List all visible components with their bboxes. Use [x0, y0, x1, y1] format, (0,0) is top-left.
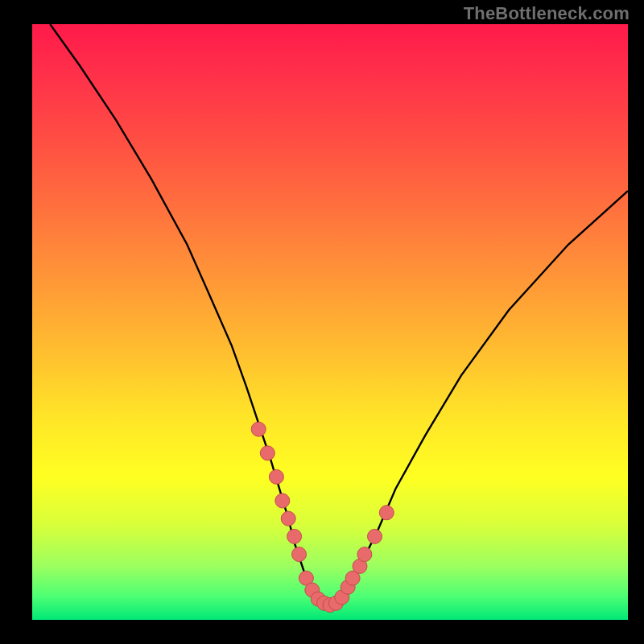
- marker-point: [379, 506, 394, 520]
- marker-point: [269, 469, 283, 484]
- chart-svg: [32, 24, 628, 620]
- marker-point: [292, 547, 307, 562]
- marker-point: [251, 422, 266, 436]
- bottleneck-curve: [50, 24, 628, 605]
- marker-point: [260, 446, 275, 460]
- plot-area: [32, 24, 628, 620]
- marker-point: [275, 493, 290, 508]
- chart-frame: TheBottleneck.com: [0, 0, 644, 644]
- marker-group: [251, 422, 394, 612]
- watermark-text: TheBottleneck.com: [464, 3, 630, 24]
- marker-point: [281, 511, 295, 526]
- marker-point: [287, 529, 302, 543]
- marker-point: [368, 529, 382, 543]
- marker-point: [357, 547, 372, 562]
